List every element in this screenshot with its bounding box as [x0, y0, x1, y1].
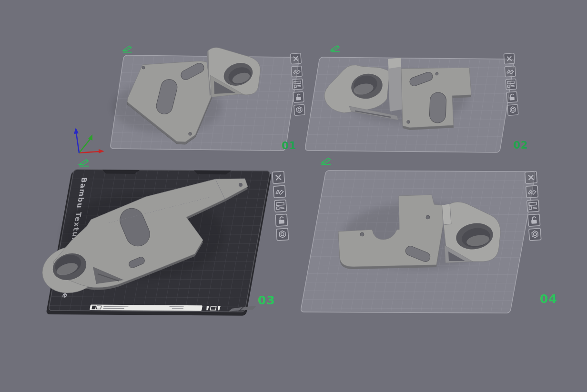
rename-plate-pencil-icon[interactable]	[321, 158, 331, 165]
plate-number: 02	[513, 140, 528, 151]
plate-settings-icon[interactable]	[507, 104, 518, 115]
delete-plate-icon[interactable]	[290, 53, 301, 64]
plate-settings-icon[interactable]	[294, 104, 305, 115]
rename-plate-pencil-icon[interactable]	[79, 160, 89, 166]
plate-info-icon[interactable]	[292, 79, 303, 90]
slicer-viewport: 01	[0, 0, 587, 392]
edit-plate-icon[interactable]	[505, 66, 516, 77]
plate-number: 03	[258, 293, 275, 307]
rename-plate-pencil-icon[interactable]	[331, 46, 340, 52]
build-plate-01[interactable]: 01	[74, 46, 305, 153]
edit-plate-icon[interactable]	[273, 185, 286, 198]
plate-info-icon[interactable]	[274, 200, 287, 212]
lock-plate-icon[interactable]	[275, 214, 288, 226]
plate-toolbar	[525, 171, 541, 241]
build-plate-03[interactable]: Bambu Textured PEI Plate	[37, 160, 289, 316]
delete-plate-icon[interactable]	[272, 171, 284, 184]
plate-settings-icon[interactable]	[529, 228, 541, 241]
lock-plate-icon[interactable]	[293, 91, 304, 102]
plate-settings-icon[interactable]	[276, 228, 289, 241]
qr-code-icon	[91, 306, 96, 310]
lock-plate-icon[interactable]	[506, 91, 517, 102]
delete-plate-icon[interactable]	[504, 53, 515, 64]
delete-plate-icon[interactable]	[525, 171, 537, 184]
lock-plate-icon[interactable]	[528, 214, 540, 226]
plate-tab-notch	[193, 171, 231, 175]
plate-number: 04	[540, 292, 557, 306]
plate-info-icon[interactable]	[506, 79, 516, 90]
edit-plate-icon[interactable]	[526, 185, 538, 198]
plate-info-icon[interactable]	[527, 200, 539, 212]
scene-canvas: 01	[0, 0, 587, 392]
plate-toolbar	[272, 171, 288, 241]
build-plate-02[interactable]: 02	[305, 46, 528, 152]
plate-number: 01	[282, 140, 296, 151]
axis-gizmo	[74, 128, 104, 153]
edit-plate-icon[interactable]	[291, 66, 302, 77]
plate-toolbar	[290, 53, 305, 116]
plate-tab-notch	[102, 170, 140, 174]
build-plate-04[interactable]: 04	[301, 158, 557, 313]
rename-plate-pencil-icon[interactable]	[123, 46, 132, 52]
